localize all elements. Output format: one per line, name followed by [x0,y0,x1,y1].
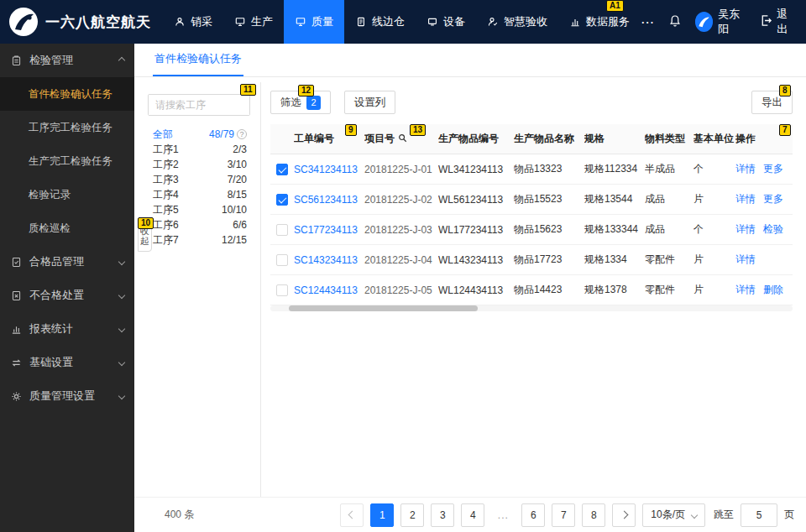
process-item[interactable]: 工序66/6 [153,218,247,232]
annotation-marker: 7 [779,124,791,136]
horizontal-scrollbar-track[interactable] [270,305,793,311]
order-no-link[interactable]: SC341234113 [294,164,364,175]
logout-button[interactable]: 退出 [760,7,794,37]
detail-link[interactable]: 详情 [735,222,756,237]
process-item[interactable]: 工序23/10 [153,158,247,171]
row-checkbox[interactable] [276,224,288,236]
order-no-link[interactable]: SC177234113 [294,224,364,236]
detail-link[interactable]: 详情 [735,283,756,297]
order-no-link[interactable]: SC124434113 [294,284,364,296]
more-link[interactable]: 更多 [763,192,783,206]
pagination: 1 2 3 4 ... 6 7 8 [340,503,636,527]
order-no-link[interactable]: SC561234113 [294,194,364,206]
nav-item-procurement[interactable]: 销采 [163,0,223,44]
sidebar-group-basic-settings[interactable]: 基础设置 [0,346,134,379]
item-no: WL561234113 [438,194,514,206]
nav-item-production[interactable]: 生产 [223,0,284,44]
detail-link[interactable]: 详情 [735,162,756,176]
detail-link[interactable]: 详情 [735,192,756,206]
set-columns-button[interactable]: 设置列 [344,91,396,114]
sidebar-item-production-completion-task[interactable]: 生产完工检验任务 [0,144,134,178]
annotation-marker: 8 [779,85,791,96]
process-item-all[interactable]: 全部 48/79 [153,128,247,141]
process-item[interactable]: 工序37/20 [153,173,247,186]
col-spec[interactable]: 规格 [584,132,645,146]
order-no-link[interactable]: SC143234113 [294,254,364,266]
sidebar-group-nonconforming-disposal[interactable]: 不合格处置 [0,279,134,312]
sidebar-group-label: 报表统计 [29,321,112,336]
col-item-no[interactable]: 生产物品编号 [438,132,514,146]
page-button[interactable]: 4 [461,503,484,527]
jump-suffix: 页 [784,508,794,522]
page-button[interactable]: 2 [400,503,424,527]
gear-icon [10,390,22,402]
sidebar-item-process-completion-task[interactable]: 工序完工检验任务 [0,111,134,144]
topbar-right-cluster: ⋯ 吴东阳 退出 [641,7,794,37]
col-material-type[interactable]: 物料类型 [645,132,693,146]
nav-item-data-service[interactable]: 数据服务 [558,0,641,44]
delete-link[interactable]: 删除 [763,283,783,297]
nav-label: 数据服务 [586,14,630,29]
page-button[interactable]: 8 [582,503,605,527]
process-label: 全部 [153,128,209,142]
user-menu[interactable]: 吴东阳 [695,7,746,37]
row-checkbox[interactable] [276,284,288,296]
material-type: 成品 [645,222,693,237]
nav-item-line-warehouse[interactable]: 线边仓 [344,0,416,44]
jump-page-input[interactable] [741,503,777,527]
process-count: 48/79 [209,128,234,140]
nav-item-equipment[interactable]: 设备 [416,0,476,44]
process-item[interactable]: 工序712/15 [153,233,247,247]
notification-bell-icon[interactable] [668,14,682,30]
sidebar-group-label: 基础设置 [29,355,112,370]
material-type: 半成品 [645,162,693,176]
task-table: 工单编号 项目号 生产物品编号 生产物品名称 规格 物料类型 基本单位 操作 S… [270,124,793,305]
search-icon[interactable] [398,133,407,145]
page-button[interactable]: 6 [521,503,545,527]
chevron-down-icon [118,292,125,299]
main-content: 首件检验确认任务 全部 48/79 工序12/3 工序23/10 工序37/20… [134,44,806,532]
more-menu-icon[interactable]: ⋯ [641,14,655,30]
item-name: 物品14423 [514,283,584,297]
detail-link[interactable]: 详情 [735,253,756,267]
col-item-name[interactable]: 生产物品名称 [514,132,584,146]
nav-label: 质量 [311,14,333,29]
page-button[interactable]: 7 [552,503,575,527]
jump-label: 跳至 [714,508,734,522]
col-project-no[interactable]: 项目号 [364,132,438,146]
page-button[interactable]: 3 [431,503,454,527]
page-size-select[interactable]: 10条/页 [642,503,705,527]
annotation-marker: A1 [606,0,624,12]
nav-item-quality[interactable]: 质量 [284,0,344,44]
process-count: 8/15 [228,189,247,201]
process-label: 工序6 [153,218,233,232]
process-item[interactable]: 工序48/15 [153,188,247,201]
prev-page-button[interactable] [340,503,364,527]
page-ellipsis: ... [491,503,515,527]
sidebar-group-qualified-products[interactable]: 合格品管理 [0,245,134,279]
sidebar-item-first-article-confirm-task[interactable]: 首件检验确认任务 [0,77,134,111]
sidebar-item-quality-patrol[interactable]: 质检巡检 [0,211,134,245]
more-link[interactable]: 更多 [763,162,783,176]
next-page-button[interactable] [612,503,636,527]
sidebar-group-report-statistics[interactable]: 报表统计 [0,312,134,346]
sidebar-group-inspection-management[interactable]: 检验管理 [0,44,134,77]
page-button[interactable]: 1 [370,503,394,527]
logout-label: 退出 [777,7,794,37]
inspect-link[interactable]: 检验 [763,222,783,237]
process-item[interactable]: 工序510/10 [153,203,247,216]
data-service-icon [569,16,581,28]
row-checkbox[interactable] [276,254,288,266]
row-checkbox[interactable] [276,164,288,175]
sidebar-group-quality-management-settings[interactable]: 质量管理设置 [0,379,134,413]
tab-first-article-confirm-task[interactable]: 首件检验确认任务 [153,51,243,76]
nav-item-smart-acceptance[interactable]: 智慧验收 [476,0,558,44]
nav-label: 销采 [191,14,212,29]
process-search-input[interactable] [149,95,249,115]
process-item[interactable]: 工序12/3 [153,143,247,156]
help-icon[interactable] [237,129,247,139]
col-unit[interactable]: 基本单位 [693,132,735,146]
horizontal-scrollbar-thumb[interactable] [289,305,478,311]
row-checkbox[interactable] [276,194,288,206]
sidebar-item-inspection-records[interactable]: 检验记录 [0,178,134,211]
